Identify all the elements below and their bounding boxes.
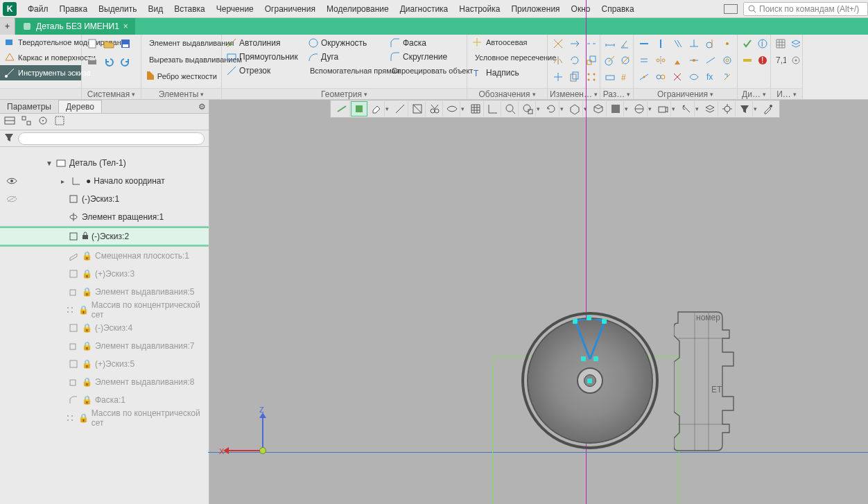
- tree-mode3-icon[interactable]: [37, 115, 49, 128]
- annot-autoaxis[interactable]: Автоосевая: [467, 35, 547, 50]
- annot-cond[interactable]: Условное пересечение: [467, 50, 547, 65]
- tree-sketch5[interactable]: 🔒(+)Эскиз:5: [0, 355, 209, 373]
- print-icon[interactable]: [86, 55, 98, 68]
- diag-measure-icon[interactable]: [740, 53, 754, 68]
- visibility-icon[interactable]: [0, 177, 24, 185]
- tree-sketch3[interactable]: 🔒(+)Эскиз:3: [0, 265, 209, 283]
- new-file-icon[interactable]: [86, 37, 98, 50]
- tree-origin[interactable]: ▸ ● Начало координат: [0, 172, 209, 190]
- view-grid-icon[interactable]: [467, 101, 484, 116]
- view-cut-icon[interactable]: [426, 101, 443, 116]
- geom-rect[interactable]: Прямоугольник: [223, 50, 305, 64]
- view-orient-icon[interactable]: [566, 101, 583, 116]
- menu-view[interactable]: Вид: [142, 1, 168, 17]
- view-eye-icon[interactable]: [444, 101, 460, 116]
- view-sketch-icon[interactable]: [351, 101, 367, 116]
- constr-collinear-icon[interactable]: [703, 53, 718, 68]
- sketch-point[interactable]: [587, 379, 592, 383]
- tree-plane1[interactable]: 🔒Смещенная плоскость:1: [0, 247, 209, 265]
- constr-symm-icon[interactable]: [653, 53, 668, 68]
- menu-help[interactable]: Справка: [596, 1, 639, 17]
- tab-tree[interactable]: Дерево: [58, 100, 102, 113]
- constr-midpoint-icon[interactable]: [686, 53, 702, 68]
- geom-arc[interactable]: Дуга: [305, 50, 387, 64]
- viewport[interactable]: ▾ ▾ ▾ ▾ ▾ ▾ ▾ ▾ ▾ ▾: [209, 100, 868, 504]
- sketch-point[interactable]: [581, 356, 586, 361]
- tool-grid-icon[interactable]: [774, 36, 788, 51]
- tree-extrude7[interactable]: 🔒Элемент выдавливания:7: [0, 337, 209, 355]
- view-iso-icon[interactable]: [590, 101, 607, 116]
- view-tools-icon[interactable]: [678, 101, 695, 116]
- dim-linear-icon[interactable]: [603, 36, 617, 51]
- view-layer-icon[interactable]: [702, 101, 718, 116]
- tree-mode4-icon[interactable]: [54, 115, 65, 128]
- tree-sketch4[interactable]: 🔒(-)Эскиз:4: [0, 319, 209, 337]
- constr-perp-icon[interactable]: [686, 36, 702, 51]
- sketch-active-lines[interactable]: [566, 319, 614, 367]
- view-plane-icon[interactable]: [333, 101, 350, 116]
- model-scene[interactable]: номер ET: [492, 201, 868, 451]
- tool-layer-icon[interactable]: [789, 36, 803, 51]
- constr-param-icon[interactable]: fx: [703, 69, 718, 85]
- view-filter-icon[interactable]: [736, 101, 753, 116]
- view-zoom-window-icon[interactable]: [519, 101, 536, 116]
- edit-mirror-icon[interactable]: [550, 53, 566, 68]
- dim-smart-icon[interactable]: #: [618, 69, 632, 85]
- menu-apps[interactable]: Приложения: [505, 1, 565, 17]
- constr-fix-icon[interactable]: [670, 53, 685, 68]
- tree-search-input[interactable]: [18, 132, 205, 145]
- constr-vert-icon[interactable]: [653, 36, 668, 51]
- tree-sketch1[interactable]: (-)Эскиз:1: [0, 190, 209, 208]
- tree-revolve1[interactable]: Элемент вращения:1: [0, 208, 209, 226]
- menu-file[interactable]: Файл: [22, 1, 54, 17]
- menu-edit[interactable]: Правка: [54, 1, 94, 17]
- constr-equal-icon[interactable]: [636, 53, 652, 68]
- constr-onedge-icon[interactable]: [636, 69, 652, 85]
- geom-segment[interactable]: Отрезок: [223, 64, 305, 78]
- menu-modeling[interactable]: Моделирование: [321, 1, 394, 17]
- mode-wireframe[interactable]: Каркас и поверхности: [0, 50, 81, 65]
- annot-text[interactable]: TНадпись: [467, 65, 547, 80]
- edit-extend-icon[interactable]: [567, 36, 582, 51]
- sketch-point[interactable]: [602, 319, 607, 324]
- view-camera-icon[interactable]: [654, 101, 671, 116]
- tool-var-icon[interactable]: 7,1: [774, 53, 788, 68]
- menu-insert[interactable]: Вставка: [168, 1, 211, 17]
- filter-icon[interactable]: [4, 132, 14, 144]
- mode-sketch-tools[interactable]: Инструменты эскиза: [0, 65, 81, 80]
- geom-aux-line[interactable]: Вспомогательная прямая: [305, 64, 387, 78]
- dim-angle-icon[interactable]: [618, 36, 632, 51]
- element-extrude[interactable]: Элемент выдавливания: [141, 35, 221, 51]
- menu-window[interactable]: Окно: [566, 1, 596, 17]
- geom-project[interactable]: Спроецировать объект: [387, 64, 469, 78]
- menu-settings[interactable]: Настройка: [453, 1, 505, 17]
- view-config-icon[interactable]: [719, 101, 736, 116]
- new-tab-button[interactable]: +: [0, 18, 15, 35]
- menu-constraints[interactable]: Ограничения: [259, 1, 321, 17]
- tree-root[interactable]: ▼ Деталь (Тел-1): [0, 154, 209, 172]
- redo-icon[interactable]: [119, 55, 132, 68]
- constr-auto-icon[interactable]: [720, 69, 735, 85]
- view-picker-icon[interactable]: [760, 101, 776, 116]
- constr-horiz-icon[interactable]: [636, 36, 652, 51]
- close-tab-icon[interactable]: ×: [123, 21, 128, 31]
- element-rib[interactable]: Ребро жесткости: [141, 68, 221, 85]
- geom-fillet[interactable]: Скругление: [387, 50, 469, 64]
- command-search[interactable]: Поиск по командам (Alt+/): [743, 2, 868, 16]
- panel-settings-icon[interactable]: ⚙: [195, 102, 209, 112]
- tab-parameters[interactable]: Параметры: [0, 101, 58, 113]
- tree-extrude5[interactable]: 🔒Элемент выдавливания:5: [0, 283, 209, 301]
- geom-autoline[interactable]: Автолиния: [223, 36, 305, 50]
- view-axis-icon[interactable]: [485, 101, 501, 116]
- tree-array2[interactable]: 🔒Массив по концентрической сет: [0, 409, 209, 427]
- menu-drafting[interactable]: Черчение: [211, 1, 259, 17]
- view-section-icon[interactable]: [409, 101, 426, 116]
- geom-chamfer[interactable]: Фаска: [387, 36, 469, 50]
- tree-extrude8[interactable]: 🔒Элемент выдавливания:8: [0, 373, 209, 391]
- tree-mode2-icon[interactable]: [21, 115, 32, 128]
- open-file-icon[interactable]: [103, 37, 115, 50]
- constr-coinc-icon[interactable]: [720, 36, 735, 51]
- diag-err-icon[interactable]: !: [756, 53, 770, 68]
- view-zoom-fit-icon[interactable]: [502, 101, 519, 116]
- document-tab[interactable]: Деталь БЕЗ ИМЕНИ1 ×: [15, 18, 135, 35]
